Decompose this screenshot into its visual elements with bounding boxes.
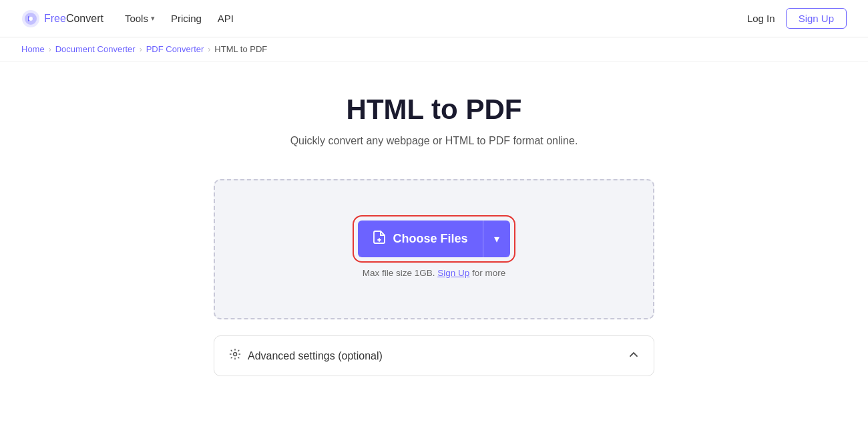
signup-link[interactable]: Sign Up xyxy=(437,268,469,278)
choose-files-container: Choose Files ▾ xyxy=(358,221,509,257)
header: FreeConvert Tools ▾ Pricing API Log In S… xyxy=(0,0,868,37)
tools-chevron-icon: ▾ xyxy=(151,14,155,23)
page-title: HTML to PDF xyxy=(347,94,522,126)
logo[interactable]: FreeConvert xyxy=(21,9,103,28)
nav-pricing[interactable]: Pricing xyxy=(171,13,202,24)
breadcrumb-current: HTML to PDF xyxy=(214,44,267,54)
dropzone[interactable]: Choose Files ▾ Max file size 1GB. Sign U… xyxy=(214,179,654,319)
choose-files-button[interactable]: Choose Files ▾ xyxy=(358,221,509,257)
breadcrumb-document-converter[interactable]: Document Converter xyxy=(55,44,136,54)
logo-icon xyxy=(21,9,40,28)
dropdown-arrow-icon: ▾ xyxy=(494,233,499,245)
svg-point-3 xyxy=(234,353,237,356)
dropzone-wrapper: Choose Files ▾ Max file size 1GB. Sign U… xyxy=(214,179,654,319)
advanced-settings-left: Advanced settings (optional) xyxy=(229,348,383,364)
main-nav: Tools ▾ Pricing API xyxy=(125,13,747,24)
advanced-settings-chevron-icon xyxy=(628,349,639,363)
advanced-settings-label: Advanced settings (optional) xyxy=(248,350,383,362)
max-file-note: Max file size 1GB. Sign Up for more xyxy=(363,268,506,278)
login-button[interactable]: Log In xyxy=(747,13,775,24)
breadcrumb-sep-1: › xyxy=(49,45,51,54)
svg-point-2 xyxy=(29,17,33,21)
signup-button[interactable]: Sign Up xyxy=(786,8,847,29)
header-actions: Log In Sign Up xyxy=(747,8,847,29)
nav-api[interactable]: API xyxy=(218,13,234,24)
breadcrumb-sep-3: › xyxy=(208,45,210,54)
choose-files-dropdown-btn[interactable]: ▾ xyxy=(483,223,510,255)
breadcrumb: Home › Document Converter › PDF Converte… xyxy=(0,37,868,61)
advanced-settings-panel: Advanced settings (optional) xyxy=(214,335,654,376)
gear-icon xyxy=(229,348,241,364)
nav-tools[interactable]: Tools ▾ xyxy=(125,13,155,24)
breadcrumb-pdf-converter[interactable]: PDF Converter xyxy=(146,44,204,54)
breadcrumb-sep-2: › xyxy=(140,45,142,54)
choose-files-label: Choose Files xyxy=(393,232,467,246)
file-icon xyxy=(373,230,386,248)
page-subtitle: Quickly convert any webpage or HTML to P… xyxy=(290,135,578,147)
main-content: HTML to PDF Quickly convert any webpage … xyxy=(0,61,868,398)
logo-text: FreeConvert xyxy=(44,13,103,25)
advanced-settings-toggle[interactable]: Advanced settings (optional) xyxy=(214,336,654,376)
breadcrumb-home[interactable]: Home xyxy=(21,44,45,54)
choose-files-main[interactable]: Choose Files xyxy=(358,221,483,257)
